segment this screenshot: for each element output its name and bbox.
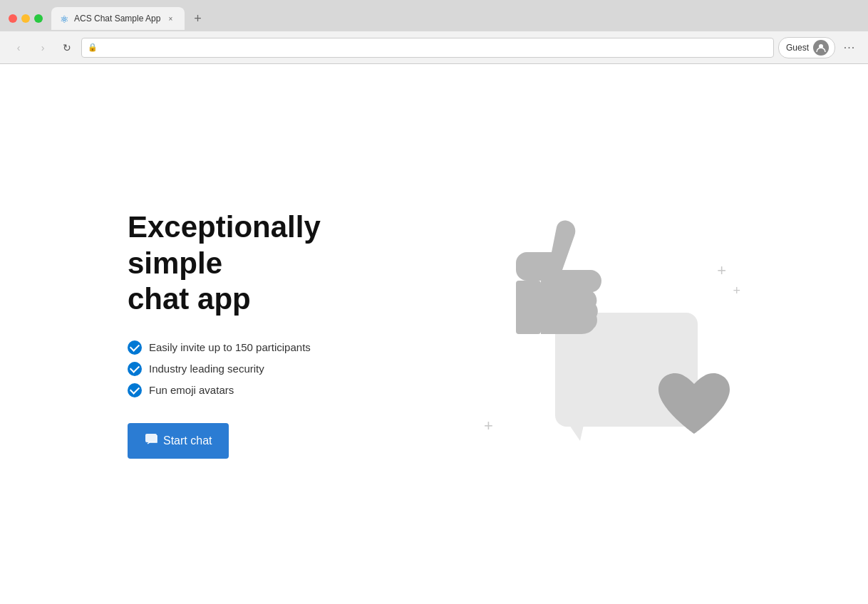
address-bar[interactable]: 🔒 [81,38,774,58]
check-icon-2 [128,362,142,376]
tab-close-button[interactable]: × [165,13,176,24]
title-bar: ⚛ ACS Chat Sample App × + [0,0,868,31]
svg-rect-2 [516,281,541,334]
feature-item: Fun emoji avatars [128,383,413,397]
page-container: Exceptionally simple chat app Easily inv… [0,64,868,604]
start-chat-label: Start chat [163,434,212,447]
forward-icon: › [41,42,45,53]
svg-rect-1 [145,434,157,442]
back-icon: ‹ [17,42,21,53]
check-icon-3 [128,383,142,397]
minimize-traffic-light[interactable] [21,14,30,23]
browser-content: Exceptionally simple chat app Easily inv… [0,64,868,604]
content-left: Exceptionally simple chat app Easily inv… [99,209,441,458]
features-list: Easily invite up to 150 participants Ind… [128,340,413,397]
maximize-traffic-light[interactable] [34,14,43,23]
back-button[interactable]: ‹ [9,38,29,58]
active-tab[interactable]: ⚛ ACS Chat Sample App × [51,7,185,30]
guest-button[interactable]: Guest [778,37,835,58]
nav-right: Guest ··· [778,37,859,58]
feature-text-2: Industry leading security [149,363,264,375]
more-button[interactable]: ··· [839,38,859,58]
close-traffic-light[interactable] [9,14,17,23]
browser-chrome: ⚛ ACS Chat Sample App × + ‹ › ↻ 🔒 Guest [0,0,868,64]
new-tab-button[interactable]: + [187,9,207,28]
plus-decoration-1: + [717,263,726,278]
feature-text-3: Fun emoji avatars [149,384,234,396]
reload-button[interactable]: ↻ [57,38,77,58]
forward-button[interactable]: › [33,38,53,58]
tab-favicon: ⚛ [60,14,70,24]
lock-icon: 🔒 [88,43,98,52]
chat-icon [145,433,157,449]
illustration: + + + [470,220,740,448]
start-chat-button[interactable]: Start chat [128,423,229,459]
plus-decoration-3: + [484,418,493,434]
heart-illustration [655,370,726,434]
feature-item: Industry leading security [128,362,413,376]
check-icon-1 [128,340,142,355]
headline: Exceptionally simple chat app [128,209,413,317]
feature-item: Easily invite up to 150 participants [128,340,413,355]
tab-label: ACS Chat Sample App [74,14,160,24]
guest-avatar [813,40,829,56]
tab-bar: ⚛ ACS Chat Sample App × + [51,7,859,30]
reload-icon: ↻ [63,42,71,53]
feature-text-1: Easily invite up to 150 participants [149,341,311,353]
traffic-lights [9,14,43,23]
nav-bar: ‹ › ↻ 🔒 Guest ··· [0,31,868,64]
illustration-container: + + + [441,199,769,469]
thumbs-up-illustration [498,220,612,353]
guest-label: Guest [786,43,809,53]
plus-decoration-2: + [733,284,740,297]
